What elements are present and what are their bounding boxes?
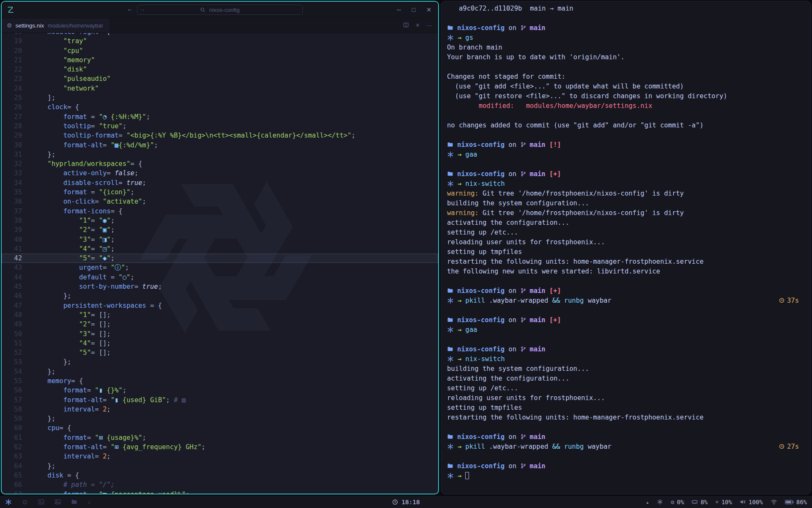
chevron-up-icon: ▴ [646,499,649,505]
code-line[interactable]: 35 format = "{icon}"; [2,188,438,197]
code-line[interactable]: 60 cpu= { [2,423,438,433]
code-line[interactable]: 53 }; [2,357,438,367]
code-line[interactable]: 49 "2"= []; [2,320,438,329]
code-line[interactable]: 52 "5"= []; [2,348,438,357]
power-launcher-icon[interactable] [22,499,28,505]
code-line[interactable]: 38 "1"= "◉"; [2,216,438,225]
code-line[interactable]: 29 tooltip-format= "<big>{:%Y %B}</big>\… [2,131,438,140]
code-line[interactable]: 26 clock= { [2,102,438,112]
back-button[interactable]: ← [127,5,133,12]
code-line[interactable]: 42 "5"= "◆"; [2,254,438,263]
code-line[interactable]: 27 format = "◔ {:%H:%M}"; [2,112,438,121]
code-line[interactable]: 32 "hyprland/workspaces"= { [2,159,438,168]
code-line[interactable]: 22 "disk" [2,65,438,74]
code-line[interactable]: 61 format= "⊞ {usage}%"; [2,433,438,442]
code-line[interactable]: 25 ]; [2,93,438,102]
code-line[interactable]: 30 format-alt= "▦{:%d/%m}"; [2,141,438,150]
code-line[interactable]: 18 modules-right= [ [2,33,438,36]
code-line[interactable]: 55 memory= { [2,376,438,386]
code-line-text: cpu= { [32,423,71,433]
code-line[interactable]: 20 "cpu" [2,46,438,55]
code-line[interactable]: 47 persistent-workspaces = { [2,301,438,310]
code-line[interactable]: 21 "memory" [2,55,438,65]
folder-launcher-icon[interactable] [71,499,77,505]
image-launcher-icon[interactable] [55,499,61,505]
code-line[interactable]: 31 }; [2,150,438,159]
maximize-button[interactable]: □ [412,6,415,13]
music-launcher-icon[interactable]: ♪ [88,498,91,505]
battery-module[interactable]: 86% [785,499,807,505]
minimize-button[interactable]: ─ [397,6,401,13]
window-controls: ─ □ ✕ [397,2,431,18]
code-line[interactable]: 40 "3"= "◨"; [2,235,438,244]
tab-settings-nix[interactable]: ⚙ settings.nix modules/home/waybar [2,18,110,33]
close-pane-icon[interactable]: × [416,22,420,29]
terminal-window[interactable]: a9c0c72..d11029b main → main nixos-confi… [441,1,811,494]
code-line[interactable]: 63 interval= 2; [2,452,438,461]
terminal-line: nixos-config on main [447,344,811,354]
code-line[interactable]: 37 format-icons= { [2,207,438,216]
code-line[interactable]: 46 }; [2,291,438,301]
terminal-launcher-icon[interactable] [38,499,44,505]
ram-module[interactable]: 8% [691,499,708,505]
line-number: 19 [2,36,22,46]
code-line[interactable]: 44 default = "○"; [2,273,438,282]
code-line[interactable]: 62 format-alt= "⊞ {avg_frequency} GHz"; [2,442,438,452]
code-line[interactable]: 39 "2"= "▣"; [2,225,438,235]
project-search-pill[interactable]: nixos-config [137,5,303,15]
code-line[interactable]: 41 "4"= "◳"; [2,244,438,254]
code-line[interactable]: 64 }; [2,461,438,471]
branch-name: main [529,24,545,32]
code-line[interactable]: 34 disable-scroll= true; [2,178,438,188]
code-line[interactable]: 56 format= "▮ {}%"; [2,386,438,395]
terminal-line [447,159,811,169]
gear-module[interactable]: ⚙0% [671,499,684,505]
code-line[interactable]: 19 "tray" [2,36,438,46]
nix-icon [447,34,454,41]
code-line[interactable]: 59 }; [2,414,438,423]
zed-logo-icon[interactable] [6,6,15,14]
code-line[interactable]: 65 disk = { [2,471,438,480]
command-text: nix-switch [465,355,505,363]
more-options-icon[interactable]: ⋯ [426,22,432,29]
code-line-text: format = "◩ {percentage_used}%"; [32,490,189,494]
code-line[interactable]: 23 "pulseaudio" [2,74,438,83]
code-line[interactable]: 33 active-only= false; [2,168,438,178]
nixos-launcher-icon[interactable] [5,499,12,505]
terminal-line: restarting the following units: home-man… [447,257,811,266]
code-line[interactable]: 54 }; [2,367,438,376]
close-button[interactable]: ✕ [426,6,431,13]
terminal-line [447,334,811,344]
code-editor[interactable]: 18 modules-right= [19 "tray"20 "cpu"21 "… [2,33,438,494]
code-line[interactable]: 57 format-alt= "▮ {used} GiB"; # ▥ [2,395,438,405]
nix-icon [447,297,454,304]
code-line[interactable]: 43 urgent= "ⓘ"; [2,263,438,272]
sun-module[interactable]: ☀10% [715,499,732,505]
clock-module[interactable]: 18:18 [392,499,420,505]
command-text: && [552,443,560,450]
code-line[interactable]: 24 "network" [2,84,438,93]
code-line[interactable]: 36 on-click= "activate"; [2,197,438,206]
code-line[interactable]: 45 sort-by-number= true; [2,282,438,291]
code-line[interactable]: 48 "1"= []; [2,310,438,320]
line-number: 64 [2,461,22,471]
speaker-module[interactable]: 100% [740,499,763,505]
code-line[interactable]: 58 interval= 2; [2,405,438,414]
prompt-arrow-icon: → [458,297,461,304]
branch-name: main [529,170,545,178]
bar-left-modules: ♪ [5,498,91,505]
code-line[interactable]: 28 tooltip= "true"; [2,121,438,131]
command-text: gaa [465,151,477,158]
terminal-line: nixos-config on main [447,23,811,33]
line-number: 63 [2,452,22,461]
split-pane-icon[interactable] [403,22,409,29]
terminal-line: →pkill .waybar-wrapped && runbg waybar27… [447,442,811,451]
snowflake-module[interactable] [657,499,663,505]
chevron-up-module[interactable]: ▴ [646,499,649,505]
wifi-module[interactable] [771,499,777,505]
code-line[interactable]: 51 "4"= []; [2,339,438,348]
code-line[interactable]: 67 format = "◩ {percentage_used}%"; [2,490,438,494]
git-status-badge: [+] [549,170,561,178]
code-line[interactable]: 66 # path = "/"; [2,480,438,489]
code-line[interactable]: 50 "3"= []; [2,329,438,339]
